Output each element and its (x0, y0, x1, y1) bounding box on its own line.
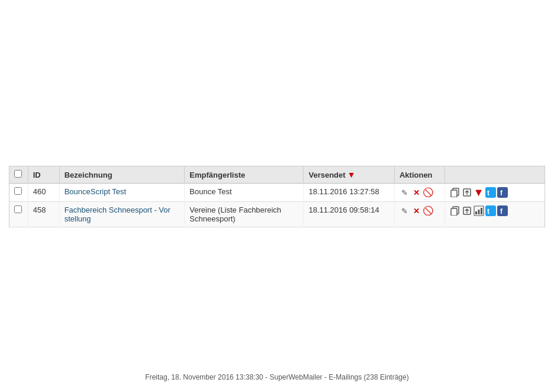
action-icons-1: ✎ ✕ 🚫 (400, 187, 440, 198)
bezeichnung-link-1[interactable]: BounceScript Test (65, 187, 127, 196)
col-header-icons (445, 166, 545, 184)
delete-icon-1[interactable]: ✕ (411, 187, 422, 198)
col-header-aktionen: Aktionen (394, 166, 445, 184)
row-versendet-2: 18.11.2016 09:58:14 (304, 202, 394, 227)
footer-text: Freitag, 18. November 2016 13:38:30 - Su… (145, 373, 408, 381)
row-empfaenger-1: Bounce Test (185, 184, 304, 202)
mailings-table: ID Bezeichnung Empfängerliste Versendet … (9, 166, 545, 227)
extra-action-icons-1: ▼ t f (450, 187, 540, 198)
page-wrapper: ID Bezeichnung Empfängerliste Versendet … (0, 0, 554, 392)
svg-rect-6 (497, 187, 508, 198)
svg-rect-18 (497, 205, 508, 216)
row-aktionen-2: ✎ ✕ 🚫 (394, 202, 445, 227)
row-aktionen-1: ✎ ✕ 🚫 (394, 184, 445, 202)
footer-bar: Freitag, 18. November 2016 13:38:30 - Su… (0, 373, 554, 381)
facebook-icon-1[interactable]: f (497, 187, 508, 198)
edit-icon-1[interactable]: ✎ (400, 187, 410, 198)
copy-icon-2[interactable] (450, 205, 460, 216)
select-all-checkbox[interactable] (14, 170, 22, 178)
row-check-2 (9, 202, 28, 227)
action-icons-2: ✎ ✕ 🚫 (400, 205, 440, 216)
col-header-empfaenger: Empfängerliste (185, 166, 304, 184)
copy-icon-1[interactable] (450, 187, 460, 198)
svg-rect-15 (481, 208, 482, 214)
block-icon-1[interactable]: 🚫 (423, 187, 434, 198)
col-header-check (9, 166, 28, 184)
svg-text:t: t (487, 207, 489, 216)
bezeichnung-link-2[interactable]: Fachbereich Schneesport - Vor stellung (65, 205, 170, 223)
row-empfaenger-2: Vereine (Liste Fachbereich Schneesport) (185, 202, 304, 227)
svg-rect-9 (451, 208, 457, 216)
col-header-versendet: Versendet ▼ (304, 166, 394, 184)
svg-rect-13 (475, 211, 477, 214)
table-container: ID Bezeichnung Empfängerliste Versendet … (9, 166, 545, 227)
row-bezeichnung-2: Fachbereich Schneesport - Vor stellung (59, 202, 185, 227)
row-checkbox-1[interactable] (14, 187, 22, 195)
svg-rect-14 (478, 210, 479, 214)
export-icon-1[interactable] (462, 187, 472, 198)
svg-text:t: t (487, 189, 489, 197)
table-row: 458 Fachbereich Schneesport - Vor stellu… (9, 202, 545, 227)
row-versendet-1: 18.11.2016 13:27:58 (304, 184, 394, 202)
row-bezeichnung-1: BounceScript Test (59, 184, 185, 202)
edit-icon-2[interactable]: ✎ (400, 205, 410, 216)
twitter-icon-1[interactable]: t (485, 187, 496, 198)
extra-action-icons-2: t f (450, 205, 540, 216)
row-extra-icons-1: ▼ t f (445, 184, 545, 202)
sort-arrow-icon: ▼ (347, 170, 356, 179)
col-header-id: ID (28, 166, 59, 184)
row-extra-icons-2: t f (445, 202, 545, 227)
chart-icon-2[interactable] (474, 205, 484, 216)
row-id-2: 458 (28, 202, 59, 227)
svg-rect-1 (451, 190, 457, 197)
row-id-1: 460 (28, 184, 59, 202)
col-header-bezeichnung: Bezeichnung (59, 166, 185, 184)
block-icon-2[interactable]: 🚫 (423, 205, 434, 216)
export-icon-2[interactable] (462, 205, 472, 216)
row-check-1 (9, 184, 28, 202)
twitter-icon-2[interactable]: t (485, 205, 496, 216)
download-icon-1[interactable]: ▼ (474, 187, 484, 198)
table-row: 460 BounceScript Test Bounce Test 18.11.… (9, 184, 545, 202)
facebook-icon-2[interactable]: f (497, 205, 508, 216)
row-checkbox-2[interactable] (14, 205, 22, 213)
delete-icon-2[interactable]: ✕ (411, 205, 422, 216)
